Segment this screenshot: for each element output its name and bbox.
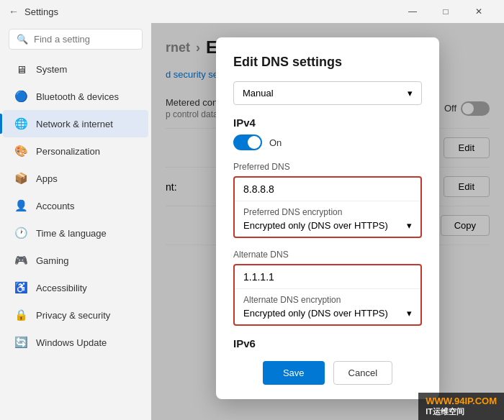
update-icon: 🔄 (14, 336, 27, 349)
sidebar-item-privacy[interactable]: 🔒 Privacy & security (3, 301, 148, 329)
sidebar-item-network[interactable]: 🌐 Network & internet (3, 110, 148, 137)
preferred-dns-box: Preferred DNS encryption Encrypted only … (233, 176, 422, 238)
personalization-icon: 🎨 (14, 145, 27, 158)
ipv4-toggle[interactable] (233, 134, 262, 150)
sidebar-item-system-label: System (36, 64, 67, 75)
sidebar-item-network-label: Network & internet (36, 119, 113, 129)
sidebar-item-accounts-label: Accounts (36, 201, 74, 211)
accessibility-icon: ♿ (14, 281, 27, 294)
watermark: WWW.94IP.COM IT运维空间 (418, 393, 504, 420)
preferred-dns-input[interactable] (235, 178, 420, 201)
sidebar-item-bluetooth[interactable]: 🔵 Bluetooth & devices (3, 83, 148, 110)
title-bar-left: ← Settings (9, 6, 58, 17)
modal-title: Edit DNS settings (233, 55, 422, 70)
watermark-line2: IT运维空间 (426, 406, 497, 417)
sidebar-item-bluetooth-label: Bluetooth & devices (36, 91, 119, 102)
nav-item-apps-wrapper: 📦 Apps (0, 165, 151, 192)
alternate-dns-box: Alternate DNS encryption Encrypted only … (233, 264, 422, 326)
settings-window: ← Settings — □ ✕ 🔍 🖥 System (0, 0, 504, 420)
system-icon: 🖥 (14, 63, 27, 76)
title-bar-controls: — □ ✕ (396, 0, 495, 23)
nav-item-bluetooth-wrapper: 🔵 Bluetooth & devices (0, 83, 151, 110)
gaming-icon: 🎮 (14, 254, 27, 267)
sidebar-item-accounts[interactable]: 👤 Accounts (3, 192, 148, 219)
sidebar-item-privacy-label: Privacy & security (36, 310, 110, 321)
main-content: 🔍 🖥 System 🔵 Bluetooth & devices � (0, 23, 504, 420)
search-input[interactable] (34, 34, 135, 45)
dns-mode-value: Manual (243, 88, 274, 99)
sidebar-item-accessibility[interactable]: ♿ Accessibility (3, 274, 148, 301)
sidebar-item-accessibility-label: Accessibility (36, 283, 87, 293)
nav-item-update-wrapper: 🔄 Windows Update (0, 329, 151, 356)
window-title: Settings (24, 6, 58, 17)
right-panel: rnet › Ethernet d security settings Mete… (151, 23, 504, 420)
preferred-encryption-value: Encrypted only (DNS over HTTPS) (243, 220, 388, 231)
ipv4-toggle-row: On (233, 134, 422, 150)
preferred-encryption-row: Preferred DNS encryption Encrypted only … (235, 201, 420, 237)
maximize-button[interactable]: □ (429, 0, 462, 23)
sidebar-item-update[interactable]: 🔄 Windows Update (3, 329, 148, 356)
network-icon: 🌐 (14, 117, 27, 130)
preferred-encryption-dropdown[interactable]: Encrypted only (DNS over HTTPS) ▾ (243, 220, 412, 231)
nav-item-network-wrapper: 🌐 Network & internet (0, 110, 151, 137)
modal-overlay: Edit DNS settings Manual ▾ IPv4 On (151, 23, 504, 420)
alternate-encryption-row: Alternate DNS encryption Encrypted only … (235, 288, 420, 324)
cancel-button[interactable]: Cancel (333, 361, 392, 385)
alternate-encryption-dropdown[interactable]: Encrypted only (DNS over HTTPS) ▾ (243, 308, 412, 319)
search-icon: 🔍 (17, 34, 28, 45)
preferred-dns-label: Preferred DNS (233, 162, 422, 173)
alternate-encryption-chevron-icon: ▾ (407, 308, 412, 319)
edit-dns-modal: Edit DNS settings Manual ▾ IPv4 On (216, 37, 439, 399)
sidebar-item-apps-label: Apps (36, 173, 58, 184)
sidebar-item-system[interactable]: 🖥 System (3, 55, 148, 83)
nav-item-gaming-wrapper: 🎮 Gaming (0, 247, 151, 274)
ipv4-toggle-label: On (269, 137, 282, 148)
preferred-encryption-label: Preferred DNS encryption (243, 207, 412, 217)
sidebar: 🔍 🖥 System 🔵 Bluetooth & devices � (0, 23, 151, 420)
title-bar: ← Settings — □ ✕ (0, 0, 504, 23)
sidebar-item-personalization[interactable]: 🎨 Personalization (3, 137, 148, 165)
nav-item-personalization-wrapper: 🎨 Personalization (0, 137, 151, 165)
apps-icon: 📦 (14, 172, 27, 185)
sidebar-item-time-label: Time & language (36, 228, 107, 239)
alternate-encryption-value: Encrypted only (DNS over HTTPS) (243, 308, 388, 319)
back-icon[interactable]: ← (9, 6, 19, 17)
active-indicator (0, 114, 2, 134)
accounts-icon: 👤 (14, 199, 27, 212)
sidebar-item-update-label: Windows Update (36, 337, 107, 348)
modal-footer: Save Cancel (233, 361, 422, 385)
bluetooth-icon: 🔵 (14, 90, 27, 103)
sidebar-item-apps[interactable]: 📦 Apps (3, 165, 148, 192)
ipv6-section-title: IPv6 (233, 337, 422, 350)
alternate-dns-section-label: Alternate DNS (233, 250, 422, 260)
nav-item-time-wrapper: 🕐 Time & language (0, 219, 151, 247)
preferred-encryption-chevron-icon: ▾ (407, 220, 412, 231)
dropdown-chevron-icon: ▾ (408, 88, 413, 99)
alternate-dns-input[interactable] (235, 265, 420, 288)
nav-item-accounts-wrapper: 👤 Accounts (0, 192, 151, 219)
ipv4-section-title: IPv4 (233, 117, 422, 129)
sidebar-item-time[interactable]: 🕐 Time & language (3, 219, 148, 247)
sidebar-item-gaming-label: Gaming (36, 255, 69, 266)
time-icon: 🕐 (14, 227, 27, 239)
close-button[interactable]: ✕ (462, 0, 495, 23)
save-button[interactable]: Save (263, 361, 325, 385)
watermark-line1: WWW.94IP.COM (426, 396, 497, 406)
search-box[interactable]: 🔍 (9, 29, 143, 50)
sidebar-item-personalization-label: Personalization (36, 146, 100, 157)
alternate-encryption-label: Alternate DNS encryption (243, 295, 412, 305)
minimize-button[interactable]: — (396, 0, 429, 23)
nav-item-system-wrapper: 🖥 System (0, 55, 151, 83)
dns-mode-dropdown[interactable]: Manual ▾ (233, 81, 422, 105)
nav-item-accessibility-wrapper: ♿ Accessibility (0, 274, 151, 301)
sidebar-item-gaming[interactable]: 🎮 Gaming (3, 247, 148, 274)
privacy-icon: 🔒 (14, 309, 27, 321)
nav-item-privacy-wrapper: 🔒 Privacy & security (0, 301, 151, 329)
toggle-sm-knob (248, 136, 261, 149)
